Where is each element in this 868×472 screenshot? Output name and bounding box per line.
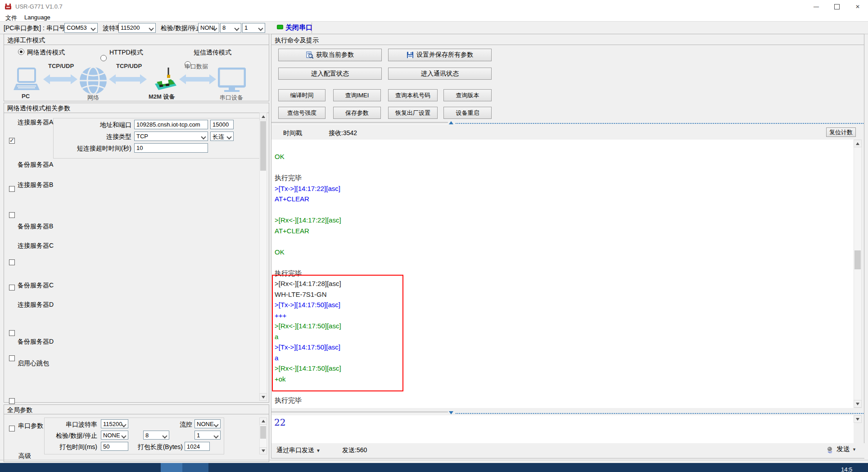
send-splitter-handle[interactable] [271,412,448,414]
radio-httpd-mode-label: HTTPD模式 [109,49,143,57]
get-params-button[interactable]: 获取当前参数 [278,49,382,61]
backup-server-b-checkbox[interactable] [9,259,15,265]
sent-count: 发送:560 [342,446,367,454]
global-databits-select[interactable]: 8 [143,431,169,440]
query-number-button[interactable]: 查询本机号码 [388,89,438,101]
log-scroll-down-arrow[interactable] [854,400,862,408]
pc-serial-label: [PC串口参数] : 串口号 [4,24,65,32]
timeout-input[interactable]: 10 [134,143,208,153]
log-scrollbar-track[interactable] [854,140,862,408]
backup-server-c-checkbox[interactable] [9,330,15,336]
enter-config-button[interactable]: 进入配置状态 [278,68,382,80]
global-parity-select[interactable]: NONE [101,431,128,440]
m2m-device-icon [149,67,176,95]
close-button[interactable]: ✕ [847,0,868,14]
via-serial-dropdown[interactable]: 通过串口发送 ▼ [276,446,321,454]
link3-label: 串口数据 [185,63,208,71]
menu-bar: 文件 Language [0,14,868,22]
left-scroll-down-arrow[interactable] [259,393,267,401]
send-button-label: 发送 [836,445,850,454]
global-baud-label: 串口波特率 [54,421,97,429]
net-params-title-underline [4,113,269,113]
query-signal-button[interactable]: 查信号强度 [278,107,326,119]
backup-server-c-label: 备份服务器C [18,281,54,290]
splitter-collapse-up-icon[interactable] [449,121,453,124]
get-params-label: 获取当前参数 [316,51,354,59]
left-scrollbar-thumb[interactable] [260,121,266,171]
port-input[interactable]: 15000 [210,120,234,129]
log-scrollbar-thumb[interactable] [854,250,861,269]
log-line: >[Tx->][14:17:22][asc] [275,183,341,194]
minimize-button[interactable]: — [806,0,827,14]
server-a-checkbox[interactable] [9,138,15,144]
server-d-checkbox[interactable] [9,355,15,361]
server-c-label: 连接服务器C [18,242,54,250]
parity-select[interactable]: NONI [198,23,219,33]
com-port-select[interactable]: COM53 [64,23,98,33]
backup-server-d-checkbox[interactable] [9,398,15,404]
set-save-params-button[interactable]: 设置并保存所有参数 [388,49,492,61]
flow-select[interactable]: NONE [194,419,221,428]
menu-language[interactable]: Language [24,14,50,21]
server-c-checkbox[interactable] [9,285,15,290]
doc-search-icon [306,51,313,59]
send-input-area[interactable]: 22 [271,415,854,443]
global-scrollbar-thumb[interactable] [260,426,266,439]
pack-time-input[interactable]: 50 [101,442,128,451]
global-baud-select[interactable]: 115200 [101,419,128,428]
baud-select[interactable]: 115200 [118,23,156,33]
send-splitter-dotted-line[interactable] [456,413,863,414]
floppy-save-icon [407,51,414,59]
device-restart-button[interactable]: 设备重启 [443,107,492,119]
backup-server-a-checkbox[interactable] [9,186,15,192]
save-params-button[interactable]: 保存参数 [333,107,381,119]
server-a-label: 连接服务器A [18,118,53,127]
arrow-net-m2m-icon [109,74,147,85]
highlight-red-box [272,275,403,391]
taskbar-app-segment-active[interactable] [161,463,182,472]
splitter-dotted-line[interactable] [456,123,863,124]
splitter-collapse-down-icon[interactable] [449,411,453,414]
global-parity-label: 检验/数据/停止 [50,432,97,440]
log-splitter-handle[interactable] [271,122,448,124]
radio-httpd-mode[interactable] [100,55,107,61]
commands-title: 执行命令及提示 [275,36,319,45]
close-serial-button[interactable]: 关闭串口 [285,23,312,32]
conn-type-label: 连接类型 [68,133,131,141]
address-input[interactable]: 109285.cnsh.iot-tcp.com [134,120,208,129]
window-title: USR-G771 V1.0.7 [15,3,63,10]
factory-reset-button[interactable]: 恢复出厂设置 [388,107,438,119]
toolbar: [PC串口参数] : 串口号 COM53 波特率 115200 检验/数据/停止… [0,22,868,34]
conn-type-select[interactable]: TCP [134,132,208,141]
radio-net-mode[interactable] [18,49,24,55]
toolbar-separator [312,23,312,33]
send-chevron-icon: ▼ [852,447,856,452]
global-scroll-up-arrow[interactable] [259,418,267,425]
compile-time-button[interactable]: 编译时间 [278,89,326,101]
via-serial-chevron-icon: ▼ [316,448,321,453]
keep-type-select[interactable]: 长连 [210,132,234,141]
log-line [275,257,341,268]
reset-count-button[interactable]: 复位计数 [826,127,856,137]
global-scroll-down-arrow[interactable] [259,447,267,454]
maximize-button[interactable] [827,0,847,14]
send-button[interactable]: 发送 ▼ [826,445,856,454]
pack-len-input[interactable]: 1024 [185,442,210,451]
global-stopbits-select[interactable]: 1 [194,431,221,440]
log-line [275,236,341,247]
link1-label: TCP/UDP [48,63,74,69]
log-line: AT+CLEAR [275,194,341,204]
databits-select[interactable]: 8 [220,23,241,33]
net-params-title: 网络透传模式相关参数 [7,104,70,113]
server-b-checkbox[interactable] [9,212,15,218]
log-scroll-up-arrow[interactable] [854,140,862,147]
send-scroll-down-arrow[interactable] [854,415,862,423]
query-imei-button[interactable]: 查询IMEI [333,89,381,101]
global-params-title: 全局参数 [7,406,32,414]
taskbar-clock[interactable]: 14:5 [841,466,852,472]
stopbits-select[interactable]: 1 [242,23,265,33]
left-scroll-up-arrow[interactable] [259,113,267,120]
log-area[interactable]: OK 执行完毕 >[Tx->][14:17:22][asc] AT+CLEAR … [271,140,854,408]
query-version-button[interactable]: 查询版本 [443,89,492,101]
enter-comm-button[interactable]: 进入通讯状态 [388,68,492,80]
